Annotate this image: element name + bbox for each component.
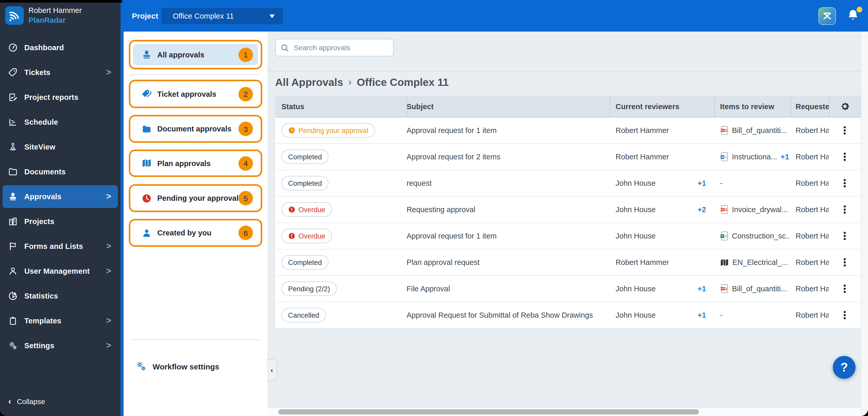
row-menu-button[interactable] — [842, 124, 848, 137]
svg-text:PDF: PDF — [720, 288, 725, 290]
alert-icon — [288, 232, 296, 240]
requester-cell: Robert Ha — [790, 258, 829, 266]
approvals-panel: All approvals 1 Ticket approvals 2 — [124, 32, 268, 416]
table-row[interactable]: Completed request John House+1 - Robert … — [275, 170, 861, 197]
subject-cell: Plan approval request — [407, 258, 610, 266]
sidebar-item-approvals[interactable]: Approvals > — [3, 185, 118, 208]
column-settings-button[interactable] — [829, 101, 861, 111]
row-menu-button[interactable] — [842, 257, 848, 269]
column-header-subject[interactable]: Subject — [407, 102, 610, 111]
sidebar-item-settings[interactable]: Settings > — [0, 333, 121, 358]
sidebar-item-siteview[interactable]: SiteView — [0, 135, 121, 159]
reviewers-cell: Robert Hammer — [610, 258, 714, 266]
notifications-button[interactable] — [846, 8, 862, 24]
sidebar-collapse-button[interactable]: ‹ Collapse — [8, 396, 45, 407]
status-badge: Completed — [281, 150, 329, 164]
divider — [268, 71, 861, 71]
items-cell: PDF Invoice_drywal... — [714, 205, 790, 214]
chevron-right-icon: > — [106, 266, 111, 276]
question-mark-icon: ? — [840, 360, 848, 375]
sidebar-item-templates[interactable]: Templates > — [0, 308, 121, 333]
sidebar-item-documents[interactable]: Documents — [0, 159, 121, 184]
row-menu-button[interactable] — [842, 283, 848, 295]
breadcrumb-separator: › — [348, 77, 352, 88]
assistant-button[interactable] — [818, 7, 836, 25]
search-box — [275, 39, 394, 56]
breadcrumb-all-approvals[interactable]: All Approvals — [275, 76, 343, 88]
column-header-items-to-review[interactable]: Items to review — [714, 102, 790, 111]
user-icon — [8, 266, 18, 276]
row-menu-button[interactable] — [842, 204, 848, 216]
items-cell: - — [714, 311, 790, 319]
horizontal-scrollbar-thumb[interactable] — [278, 409, 699, 414]
gauge-icon — [8, 43, 18, 52]
tags-icon — [142, 89, 152, 99]
column-header-current-reviewers[interactable]: Current reviewers — [610, 102, 714, 111]
project-dropdown[interactable]: Office Complex 11 — [161, 8, 283, 24]
annotation-badge-1: 1 — [239, 47, 253, 62]
chevron-right-icon: > — [106, 191, 111, 202]
table-header: Status Subject Current reviewers Items t… — [275, 96, 861, 117]
sidebar-item-projects[interactable]: Projects — [0, 209, 121, 234]
requester-cell: Robert Ha — [790, 153, 829, 161]
category-plan-approvals[interactable]: Plan approvals 4 — [133, 154, 258, 173]
vertical-scrollbar[interactable] — [861, 32, 868, 416]
horizontal-scrollbar[interactable] — [268, 407, 861, 416]
annotation-badge-2: 2 — [239, 87, 253, 101]
status-badge: Overdue — [281, 202, 332, 217]
search-input[interactable] — [293, 43, 388, 52]
topbar: Project Office Complex 11 — [121, 0, 868, 32]
category-created-by-you[interactable]: Created by you 6 — [133, 223, 258, 243]
row-menu-button[interactable] — [842, 177, 848, 189]
items-cell: EN_Electrical_... — [714, 258, 790, 267]
plan-map-icon — [720, 258, 729, 267]
reviewers-cell: John House+1 — [610, 311, 714, 319]
status-badge: Overdue — [281, 229, 332, 243]
annotation-box-1: All approvals 1 — [129, 40, 262, 69]
sidebar-item-statistics[interactable]: Statistics — [0, 284, 121, 308]
requester-cell: Robert Ha — [790, 179, 829, 187]
table-row[interactable]: Pending your approval Approval request f… — [275, 117, 861, 144]
reviewers-cell: John House+2 — [610, 205, 714, 214]
table-row[interactable]: Overdue Requesting approval John House+2… — [275, 197, 861, 223]
category-ticket-approvals[interactable]: Ticket approvals 2 — [133, 84, 258, 104]
annotation-badge-5: 5 — [239, 191, 253, 205]
help-button[interactable]: ? — [833, 356, 856, 379]
sidebar-item-tickets[interactable]: Tickets > — [0, 60, 121, 85]
panel-collapse-tab[interactable]: ‹ — [267, 359, 277, 381]
annotation-box-6: Created by you 6 — [129, 219, 262, 247]
status-badge: Completed — [281, 255, 329, 270]
category-pending-your-approval[interactable]: Pending your approval 5 — [133, 188, 258, 208]
subject-cell: Approval request for 1 item — [407, 232, 610, 240]
sidebar-item-schedule[interactable]: Schedule — [0, 110, 121, 135]
pie-chart-icon — [8, 291, 18, 301]
row-menu-button[interactable] — [842, 309, 848, 321]
reviewers-cell: Robert Hammer — [610, 153, 714, 161]
table-row[interactable]: Cancelled Approval Request for Submittal… — [275, 302, 861, 328]
column-header-status[interactable]: Status — [275, 102, 407, 111]
account-header[interactable]: Robert Hammer PlanRadar — [5, 6, 82, 25]
reviewers-cell: John House+1 — [610, 179, 714, 187]
requester-cell: Robert Ha — [790, 126, 829, 135]
column-header-requester[interactable]: Requester — [790, 102, 829, 111]
category-all-approvals[interactable]: All approvals 1 — [133, 44, 258, 65]
row-menu-button[interactable] — [842, 151, 848, 163]
sidebar-item-user-management[interactable]: User Management > — [0, 259, 121, 284]
requester-cell: Robert Ha — [790, 311, 829, 319]
workflow-settings-button[interactable]: Workflow settings — [136, 361, 219, 372]
row-menu-button[interactable] — [842, 230, 848, 242]
subject-cell: Approval Request for Submittal of Reba S… — [407, 311, 610, 319]
table-body: Pending your approval Approval request f… — [275, 117, 861, 328]
table-row[interactable]: Pending (2/2) File Approval John House+1… — [275, 276, 861, 302]
table-row[interactable]: Completed Approval request for 2 items R… — [275, 144, 861, 170]
category-document-approvals[interactable]: Document approvals 3 — [133, 119, 258, 139]
chevron-right-icon: > — [106, 67, 111, 78]
sidebar-item-project-reports[interactable]: Project reports — [0, 85, 121, 110]
sidebar-item-dashboard[interactable]: Dashboard — [0, 35, 121, 60]
sidebar-nav: Dashboard Tickets > Project reports — [0, 35, 121, 358]
table-row[interactable]: Overdue Approval request for 1 item John… — [275, 223, 861, 249]
sidebar-item-forms-and-lists[interactable]: Forms and Lists > — [0, 234, 121, 259]
search-icon — [281, 44, 289, 52]
table-row[interactable]: Completed Plan approval request Robert H… — [275, 249, 861, 276]
collapse-label: Collapse — [17, 397, 45, 406]
